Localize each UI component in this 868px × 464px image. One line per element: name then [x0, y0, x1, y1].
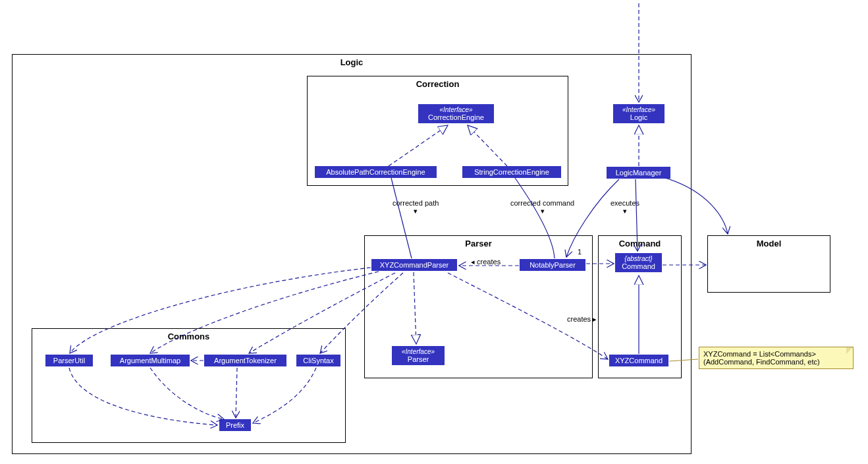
label-creates2: creates ▸: [567, 315, 597, 324]
name-xyz-command: XYZCommand: [613, 357, 665, 364]
package-label-model: Model: [757, 239, 782, 248]
stereo-abstract: {abstract}: [619, 255, 658, 262]
package-label-commons: Commons: [168, 332, 210, 341]
name-prefix: Prefix: [223, 421, 247, 429]
label-multiplicity-one: 1: [578, 248, 582, 256]
node-cli-syntax: CliSyntax: [296, 355, 340, 366]
name-cli-syntax: CliSyntax: [300, 357, 337, 364]
node-arg-tokenizer: ArgumentTokenizer: [204, 355, 286, 366]
package-commons: Commons: [32, 328, 346, 443]
node-notably-parser: NotablyParser: [520, 259, 585, 271]
name-arg-multimap: ArgumentMultimap: [115, 357, 186, 364]
node-str-correction: StringCorrectionEngine: [462, 166, 561, 178]
label-creates: ◂ creates: [471, 258, 501, 266]
node-logic-manager: LogicManager: [607, 167, 670, 179]
name-logic-interface: Logic: [617, 113, 661, 121]
label-corrected-cmd: corrected command▾: [510, 199, 574, 216]
name-arg-tokenizer: ArgumentTokenizer: [208, 357, 283, 364]
note-xyz-command: XYZCommand = List<Commands> (AddCommand,…: [699, 347, 854, 369]
name-str-correction: StringCorrectionEngine: [466, 168, 557, 176]
node-prefix: Prefix: [219, 419, 251, 431]
package-label-command: Command: [619, 239, 661, 248]
node-logic-interface: «Interface» Logic: [613, 104, 665, 123]
node-parser-interface: «Interface» Parser: [392, 346, 445, 365]
package-label-correction: Correction: [416, 79, 460, 89]
stereo-interface-logic: «Interface»: [617, 106, 661, 113]
node-abs-path-correction: AbsolutePathCorrectionEngine: [315, 166, 437, 178]
name-abs-path-correction: AbsolutePathCorrectionEngine: [319, 168, 433, 176]
name-correction-engine: CorrectionEngine: [422, 113, 490, 121]
stereo-interface: «Interface»: [422, 106, 490, 113]
name-xyz-command-parser: XYZCommandParser: [375, 261, 453, 269]
name-notably-parser: NotablyParser: [524, 261, 582, 269]
package-model: Model: [707, 235, 830, 293]
node-abstract-command: {abstract} Command: [615, 253, 662, 272]
name-abstract-command: Command: [619, 262, 658, 270]
label-executes: executes▾: [610, 199, 639, 216]
name-parser-util: ParserUtil: [49, 357, 89, 364]
node-correction-engine: «Interface» CorrectionEngine: [418, 104, 494, 123]
note-line1: XYZCommand = List<Commands>: [703, 350, 816, 358]
name-logic-manager: LogicManager: [610, 169, 666, 177]
label-corrected-path: corrected path▾: [393, 199, 439, 216]
package-label-parser: Parser: [465, 239, 491, 248]
node-xyz-command-parser: XYZCommandParser: [371, 259, 457, 271]
stereo-parser-iface: «Interface»: [396, 348, 441, 355]
note-line2: (AddCommand, FindCommand, etc): [703, 358, 820, 366]
node-xyz-command: XYZCommand: [609, 355, 668, 366]
name-parser-iface: Parser: [396, 355, 441, 363]
package-label-logic: Logic: [340, 57, 364, 67]
node-arg-multimap: ArgumentMultimap: [111, 355, 190, 366]
node-parser-util: ParserUtil: [45, 355, 93, 366]
